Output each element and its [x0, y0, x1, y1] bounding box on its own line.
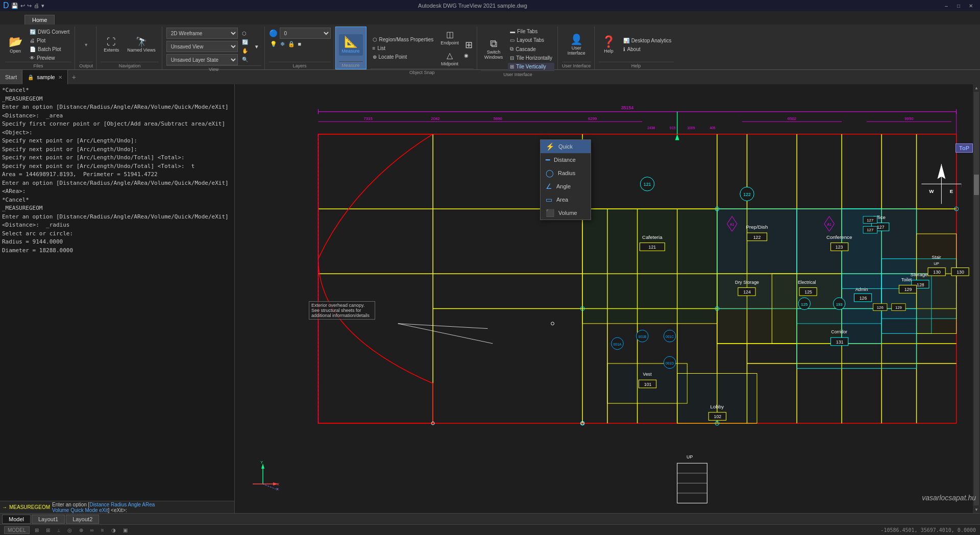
user-interface-btn[interactable]: 👤 UserInterface: [565, 32, 589, 58]
open-btn[interactable]: 📂 Open: [5, 34, 26, 56]
viewcube-icon: ⬡: [242, 31, 247, 36]
layer-lock-icon[interactable]: 🔒: [287, 40, 296, 48]
layout-tab-2[interactable]: Layout2: [66, 515, 99, 524]
layers-label: Layers: [269, 62, 331, 68]
output-label: Output: [79, 62, 93, 68]
measure-btn[interactable]: 📐 Measure: [339, 34, 363, 56]
tab-home[interactable]: Home: [24, 15, 55, 25]
close-btn[interactable]: ✕: [966, 2, 976, 10]
scroll-track[interactable]: [974, 92, 979, 505]
grid-toggle[interactable]: ⊞: [44, 527, 52, 533]
svg-rect-141: [863, 216, 877, 224]
measure-quick-item[interactable]: ⚡ Quick: [541, 140, 591, 153]
maximize-btn[interactable]: □: [953, 2, 964, 10]
svg-text:001B: 001B: [638, 335, 646, 338]
layer-on-icon[interactable]: 💡: [269, 40, 278, 48]
otrack-toggle[interactable]: ∞: [88, 527, 96, 533]
ortho-toggle[interactable]: ⟂: [55, 527, 62, 533]
tab-add-btn[interactable]: +: [68, 73, 80, 81]
svg-text:9950: 9950: [904, 116, 914, 121]
measure-radius-item[interactable]: ◯ Radius: [541, 166, 591, 180]
scroll-up-arrow[interactable]: ▲: [973, 84, 980, 91]
midpoint-btn[interactable]: △ Midpoint: [437, 48, 462, 68]
polar-toggle[interactable]: ◎: [65, 527, 74, 533]
named-views-btn[interactable]: 🔭 Named Views: [124, 35, 158, 55]
layout-tab-model[interactable]: Model: [2, 515, 31, 524]
view-preset-select[interactable]: 2D Wireframe: [166, 28, 238, 39]
svg-text:...: ...: [960, 184, 965, 187]
svg-point-103: [611, 337, 623, 349]
svg-text:Storage: Storage: [910, 272, 927, 277]
svg-rect-56: [640, 243, 665, 251]
ribbon-group-view: 2D Wireframe Unsaved View Unsaved Layer …: [163, 27, 265, 69]
measure-angle-item[interactable]: ∠ Angle: [541, 180, 591, 193]
statusbar-right: -10586.4501, 35697.4010, 0.0000: [880, 527, 976, 533]
minimize-btn[interactable]: –: [941, 2, 951, 10]
about-btn[interactable]: ℹ About: [621, 45, 674, 53]
measure-area-item[interactable]: ▭ Area: [541, 193, 591, 206]
redo-qat-btn[interactable]: ↪: [27, 3, 32, 9]
list-btn[interactable]: ≡ List: [371, 44, 436, 52]
layout-tabs-btn[interactable]: ▭ Layout Tabs: [508, 36, 554, 44]
pan-btn[interactable]: ✋: [240, 47, 250, 55]
cascade-btn[interactable]: ⧉ Cascade: [508, 45, 554, 53]
measure-volume-item[interactable]: ⬛ Volume: [541, 206, 591, 220]
snap-toggle[interactable]: ⊞: [33, 527, 41, 533]
svg-rect-40: [582, 209, 717, 324]
tile-h-btn[interactable]: ⊟ Tile Horizontally: [508, 54, 554, 62]
scroll-thumb[interactable]: [974, 175, 979, 195]
snap-toolbar-btn[interactable]: ◉: [464, 53, 474, 58]
layer-freeze-icon[interactable]: ❄: [279, 40, 286, 48]
scroll-down-arrow[interactable]: ▼: [973, 506, 980, 513]
extents-btn[interactable]: ⛶ Extents: [101, 35, 122, 55]
navigation-label: Navigation: [101, 62, 158, 68]
desktop-analytics-btn[interactable]: 📊 Desktop Analytics: [621, 37, 674, 44]
measure-distance-item[interactable]: ━ Distance: [541, 153, 591, 166]
help-btn[interactable]: ❓ Help: [599, 34, 619, 56]
qat-more-btn[interactable]: ▾: [41, 3, 44, 9]
svg-text:001A: 001A: [614, 343, 622, 346]
layout-tabs-bar: Model Layout1 Layout2: [0, 513, 980, 524]
lwt-toggle[interactable]: ≡: [99, 527, 106, 533]
preview-btn[interactable]: 👁 Preview: [28, 54, 71, 62]
plot-btn[interactable]: 🖨 Plot: [28, 37, 71, 44]
command-history: *Cancel* _MEASUREGEOM Enter an option [D…: [0, 84, 234, 501]
tab-start[interactable]: Start: [0, 70, 22, 84]
undo-qat-btn[interactable]: ↩: [20, 3, 25, 9]
drawing-viewport[interactable]: 35154 7315 2042 5890 6299 6502 9950 ... …: [235, 84, 980, 513]
vertical-scrollbar[interactable]: ▲ ▼: [973, 84, 980, 513]
transparency-toggle[interactable]: ◑: [109, 527, 118, 533]
switch-windows-btn[interactable]: ⧉ SwitchWindows: [481, 36, 506, 62]
layout-tab-1[interactable]: Layout1: [32, 515, 65, 524]
midpoint-icon: △: [447, 51, 453, 60]
command-input-field[interactable]: [157, 504, 232, 510]
zoom-btn[interactable]: 🔍: [240, 56, 250, 63]
endpoint-btn[interactable]: ◫ Endpoint: [437, 28, 462, 47]
dwg-convert-btn[interactable]: 🔄 DWG Convert: [28, 28, 71, 36]
tab-close-icon[interactable]: ✕: [58, 75, 62, 80]
print-qat-btn[interactable]: 🖨: [34, 3, 39, 9]
save-qat-btn[interactable]: 💾: [11, 3, 18, 9]
tab-sample[interactable]: 🔒 sample ✕: [22, 70, 67, 84]
orbit-btn[interactable]: 🔄: [240, 38, 250, 46]
selection-toggle[interactable]: ▣: [121, 527, 130, 533]
osnap-toggle[interactable]: ⊕: [77, 527, 85, 533]
snap-more-btn[interactable]: ⊞: [464, 38, 474, 52]
region-properties-btn[interactable]: ⬡ Region/Mass Properties: [371, 36, 436, 43]
svg-text:7315: 7315: [363, 116, 373, 121]
view-select[interactable]: Unsaved View: [166, 41, 238, 52]
svg-text:121: 121: [649, 245, 656, 250]
view-more-btn[interactable]: ▼: [252, 43, 261, 51]
tile-v-btn[interactable]: ⊞ Tile Vertically: [508, 63, 554, 70]
layer-state-select[interactable]: Unsaved Layer State: [166, 54, 238, 65]
orbit-icon: 🔄: [242, 39, 248, 45]
batch-plot-btn[interactable]: 📄 Batch Plot: [28, 45, 71, 53]
layer-color-icon[interactable]: ■: [297, 40, 303, 48]
svg-rect-65: [738, 288, 755, 296]
viewcube-btn[interactable]: ⬡: [240, 30, 250, 37]
svg-point-129: [715, 207, 719, 211]
preview-icon: 👁: [30, 55, 35, 61]
locate-point-btn[interactable]: ⊕ Locate Point: [371, 53, 436, 61]
layer-dropdown[interactable]: 0: [280, 28, 331, 39]
file-tabs-btn[interactable]: ▬ File Tabs: [508, 28, 554, 35]
